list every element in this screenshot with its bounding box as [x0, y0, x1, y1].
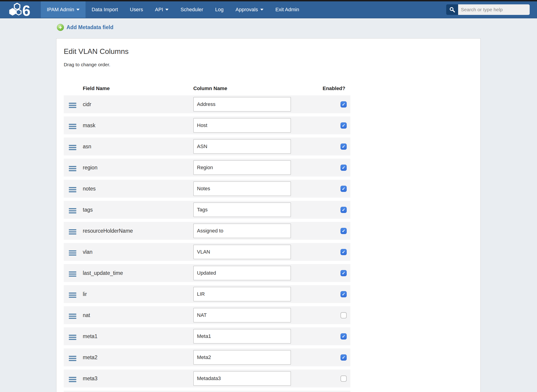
field-name-label: notes	[83, 186, 96, 192]
drag-handle-icon[interactable]	[69, 166, 76, 171]
table-body: cidr mask asn	[64, 95, 480, 392]
table-row: nat	[64, 306, 350, 324]
table-row: meta2	[64, 348, 350, 366]
column-name-input[interactable]	[193, 97, 291, 112]
navbar: 6 IPAM Admin Data Import Users API Sched…	[0, 1, 537, 18]
header-field-name: Field Name	[83, 85, 193, 91]
enabled-checkbox[interactable]	[341, 375, 347, 382]
add-metadata-field-link[interactable]: + Add Metadata field	[57, 24, 113, 31]
field-name-label: region	[83, 165, 98, 171]
page-title: Edit VLAN Columns	[64, 47, 480, 56]
navbar-search	[446, 1, 530, 18]
drag-instructions: Drag to change order.	[64, 62, 480, 67]
table-row: region	[64, 159, 350, 177]
drag-handle-icon[interactable]	[69, 356, 76, 361]
nav-item-users[interactable]: Users	[124, 1, 149, 18]
drag-handle-icon[interactable]	[69, 103, 76, 108]
table-row: vlan	[64, 243, 350, 261]
column-name-input[interactable]	[193, 245, 291, 259]
enabled-checkbox[interactable]	[341, 228, 347, 234]
field-name-label: tags	[83, 207, 93, 213]
header-enabled: Enabled?	[291, 85, 350, 91]
nav-item-exit-admin[interactable]: Exit Admin	[269, 1, 305, 18]
field-name-label: mask	[83, 122, 95, 128]
enabled-checkbox[interactable]	[341, 207, 347, 213]
drag-handle-icon[interactable]	[69, 229, 76, 234]
column-name-input[interactable]	[193, 139, 291, 154]
field-name-label: meta2	[83, 355, 98, 360]
field-name-label: asn	[83, 144, 91, 149]
add-plus-icon: +	[57, 24, 64, 31]
column-name-input[interactable]	[193, 350, 291, 365]
table-row-partial	[64, 391, 350, 392]
table-row: meta1	[64, 327, 350, 345]
chevron-down-icon	[260, 9, 263, 10]
nav-item-log[interactable]: Log	[209, 1, 229, 18]
table-row: asn	[64, 138, 350, 155]
enabled-checkbox[interactable]	[341, 270, 347, 276]
nav-item-ipam-admin[interactable]: IPAM Admin	[41, 1, 85, 18]
drag-handle-icon[interactable]	[69, 293, 76, 298]
drag-handle-icon[interactable]	[69, 335, 76, 340]
enabled-checkbox[interactable]	[341, 101, 347, 107]
column-name-input[interactable]	[193, 266, 291, 280]
nav-menu: IPAM Admin Data Import Users API Schedul…	[41, 1, 305, 18]
enabled-checkbox[interactable]	[341, 122, 347, 129]
field-name-label: last_update_time	[83, 270, 123, 276]
field-name-label: resourceHolderName	[83, 228, 133, 234]
field-name-label: meta1	[83, 333, 98, 339]
table-row: last_update_time	[64, 264, 350, 282]
drag-handle-icon[interactable]	[69, 208, 76, 213]
nav-item-data-import[interactable]: Data Import	[85, 1, 124, 18]
table-row: tags	[64, 201, 350, 219]
table-row: resourceHolderName	[64, 222, 350, 240]
column-name-input[interactable]	[193, 118, 291, 133]
table-row: cidr	[64, 95, 350, 113]
add-metadata-field-label: Add Metadata field	[66, 24, 113, 30]
column-name-input[interactable]	[193, 202, 291, 217]
search-input[interactable]	[458, 4, 530, 15]
table-row: notes	[64, 180, 350, 198]
table-header: Field Name Column Name Enabled?	[64, 82, 350, 95]
column-name-input[interactable]	[193, 371, 291, 386]
table-row: lir	[64, 285, 350, 303]
search-icon[interactable]	[446, 4, 458, 15]
field-name-label: vlan	[83, 249, 92, 255]
column-name-input[interactable]	[193, 181, 291, 196]
enabled-checkbox[interactable]	[341, 312, 347, 318]
chevron-down-icon	[76, 9, 79, 10]
edit-vlan-columns-panel: Edit VLAN Columns Drag to change order. …	[56, 38, 481, 392]
drag-handle-icon[interactable]	[69, 187, 76, 192]
column-name-input[interactable]	[193, 308, 291, 322]
field-name-label: cidr	[83, 101, 91, 107]
enabled-checkbox[interactable]	[341, 249, 347, 255]
table-row: meta3	[64, 369, 350, 387]
enabled-checkbox[interactable]	[341, 186, 347, 192]
drag-handle-icon[interactable]	[69, 124, 76, 129]
nav-item-scheduler[interactable]: Scheduler	[174, 1, 209, 18]
header-column-name: Column Name	[193, 85, 291, 91]
svg-text:6: 6	[22, 3, 31, 17]
nav-item-api[interactable]: API	[149, 1, 174, 18]
drag-handle-icon[interactable]	[69, 271, 76, 277]
field-name-label: lir	[83, 291, 87, 297]
column-name-input[interactable]	[193, 287, 291, 301]
column-name-input[interactable]	[193, 160, 291, 175]
field-name-label: meta3	[83, 375, 98, 382]
drag-handle-icon[interactable]	[69, 145, 76, 150]
enabled-checkbox[interactable]	[341, 355, 347, 361]
drag-handle-icon[interactable]	[69, 250, 76, 256]
drag-handle-icon[interactable]	[69, 377, 76, 382]
enabled-checkbox[interactable]	[341, 144, 347, 150]
enabled-checkbox[interactable]	[341, 165, 347, 171]
enabled-checkbox[interactable]	[341, 291, 347, 297]
logo-6connect-icon[interactable]: 6	[0, 1, 41, 18]
field-name-label: nat	[83, 312, 90, 318]
column-name-input[interactable]	[193, 329, 291, 344]
table-row: mask	[64, 117, 350, 134]
column-name-input[interactable]	[193, 224, 291, 238]
nav-item-approvals[interactable]: Approvals	[229, 1, 269, 18]
chevron-down-icon	[165, 9, 168, 10]
enabled-checkbox[interactable]	[341, 333, 347, 340]
drag-handle-icon[interactable]	[69, 314, 76, 319]
